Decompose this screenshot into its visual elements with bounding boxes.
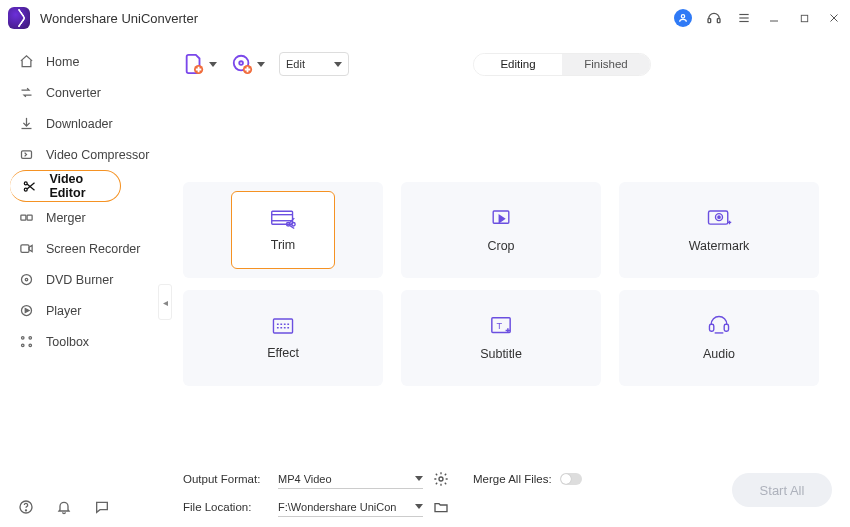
- window-maximize-button[interactable]: [796, 10, 812, 26]
- sidebar-item-dvd-burner[interactable]: DVD Burner: [0, 264, 161, 295]
- svg-point-27: [239, 61, 243, 65]
- sidebar: Home Converter Downloader Video Compress…: [0, 36, 165, 527]
- sidebar-item-label: Video Compressor: [46, 148, 149, 162]
- sidebar-item-label: Player: [46, 304, 81, 318]
- tool-label: Audio: [703, 347, 735, 361]
- sidebar-item-merger[interactable]: Merger: [0, 202, 161, 233]
- chevron-down-icon: [415, 476, 423, 481]
- add-file-button[interactable]: [183, 53, 217, 75]
- recorder-icon: [18, 241, 34, 257]
- sidebar-item-player[interactable]: Player: [0, 295, 161, 326]
- tool-watermark[interactable]: Watermark: [619, 182, 819, 278]
- sidebar-item-label: Merger: [46, 211, 86, 225]
- tool-label: Crop: [487, 239, 514, 253]
- sidebar-item-label: Video Editor: [49, 172, 120, 200]
- sidebar-item-label: Toolbox: [46, 335, 89, 349]
- download-icon: [18, 116, 34, 132]
- tab-finished[interactable]: Finished: [562, 54, 650, 75]
- sidebar-collapse-handle[interactable]: ◂: [158, 284, 172, 320]
- chevron-down-icon: [257, 62, 265, 67]
- effect-icon: [270, 316, 296, 336]
- disc-icon: [18, 272, 34, 288]
- tool-effect[interactable]: Effect: [183, 290, 383, 386]
- output-settings-icon[interactable]: [433, 471, 449, 487]
- tool-subtitle[interactable]: T Subtitle: [401, 290, 601, 386]
- support-headset-icon[interactable]: [706, 10, 722, 26]
- svg-point-21: [21, 344, 24, 347]
- sidebar-item-converter[interactable]: Converter: [0, 77, 161, 108]
- watermark-icon: [705, 207, 733, 229]
- svg-rect-14: [27, 215, 32, 220]
- play-icon: [18, 303, 34, 319]
- crop-icon: [488, 207, 514, 229]
- tool-label: Subtitle: [480, 347, 522, 361]
- scissors-icon: [22, 178, 37, 194]
- svg-rect-15: [20, 245, 28, 253]
- svg-point-19: [21, 337, 24, 340]
- svg-rect-2: [717, 19, 720, 23]
- svg-rect-42: [724, 324, 728, 331]
- home-icon: [18, 54, 34, 70]
- tool-trim[interactable]: Trim: [183, 182, 383, 278]
- sidebar-item-screen-recorder[interactable]: Screen Recorder: [0, 233, 161, 264]
- menu-icon[interactable]: [736, 10, 752, 26]
- app-logo: [8, 7, 30, 29]
- svg-point-43: [439, 477, 443, 481]
- sidebar-item-label: Home: [46, 55, 79, 69]
- svg-point-24: [25, 510, 26, 511]
- mode-select-value: Edit: [286, 58, 305, 70]
- sidebar-item-label: Screen Recorder: [46, 242, 141, 256]
- tool-grid: Trim Crop Watermark Effect T Subtitle: [183, 182, 832, 386]
- toolbar: Edit Editing Finished: [183, 46, 832, 82]
- svg-rect-1: [708, 19, 711, 23]
- trim-icon: [270, 208, 296, 230]
- svg-rect-7: [801, 15, 807, 21]
- sidebar-item-home[interactable]: Home: [0, 46, 161, 77]
- svg-point-37: [718, 216, 720, 218]
- sidebar-item-label: Converter: [46, 86, 101, 100]
- tool-label: Effect: [267, 346, 299, 360]
- sidebar-item-video-compressor[interactable]: Video Compressor: [0, 139, 161, 170]
- file-location-select[interactable]: F:\Wondershare UniConverter: [278, 497, 423, 517]
- svg-point-0: [681, 15, 684, 18]
- window-minimize-button[interactable]: [766, 10, 782, 26]
- chevron-down-icon: [209, 62, 217, 67]
- merge-toggle[interactable]: [560, 473, 582, 485]
- sidebar-item-video-editor[interactable]: Video Editor: [10, 170, 121, 202]
- svg-point-20: [29, 337, 32, 340]
- tool-label: Watermark: [689, 239, 750, 253]
- svg-point-33: [292, 222, 295, 225]
- tab-editing[interactable]: Editing: [474, 54, 562, 75]
- bell-icon[interactable]: [56, 499, 72, 515]
- converter-icon: [18, 85, 34, 101]
- svg-point-16: [21, 275, 31, 285]
- add-dvd-button[interactable]: [231, 53, 265, 75]
- svg-text:T: T: [496, 321, 502, 331]
- sidebar-item-toolbox[interactable]: Toolbox: [0, 326, 161, 357]
- mode-select[interactable]: Edit: [279, 52, 349, 76]
- svg-point-22: [29, 344, 32, 347]
- tool-audio[interactable]: Audio: [619, 290, 819, 386]
- file-location-label: File Location:: [183, 501, 268, 513]
- output-format-select[interactable]: MP4 Video: [278, 469, 423, 489]
- sidebar-item-label: DVD Burner: [46, 273, 113, 287]
- toolbox-icon: [18, 334, 34, 350]
- output-format-label: Output Format:: [183, 473, 268, 485]
- title-bar: Wondershare UniConverter: [0, 0, 850, 36]
- tool-crop[interactable]: Crop: [401, 182, 601, 278]
- sidebar-item-downloader[interactable]: Downloader: [0, 108, 161, 139]
- svg-rect-38: [273, 319, 292, 333]
- window-close-button[interactable]: [826, 10, 842, 26]
- user-avatar-icon[interactable]: [674, 9, 692, 27]
- merge-label: Merge All Files:: [473, 473, 552, 485]
- app-title: Wondershare UniConverter: [40, 11, 198, 26]
- svg-rect-13: [20, 215, 25, 220]
- help-icon[interactable]: [18, 499, 34, 515]
- main-content: ◂ Edit Editing Finished: [165, 36, 850, 527]
- feedback-icon[interactable]: [94, 499, 110, 515]
- tool-label: Trim: [271, 238, 296, 252]
- file-location-value: F:\Wondershare UniConverter: [278, 501, 396, 513]
- open-folder-icon[interactable]: [433, 499, 449, 515]
- editing-finished-tabs: Editing Finished: [473, 53, 651, 76]
- start-all-button[interactable]: Start All: [732, 473, 832, 507]
